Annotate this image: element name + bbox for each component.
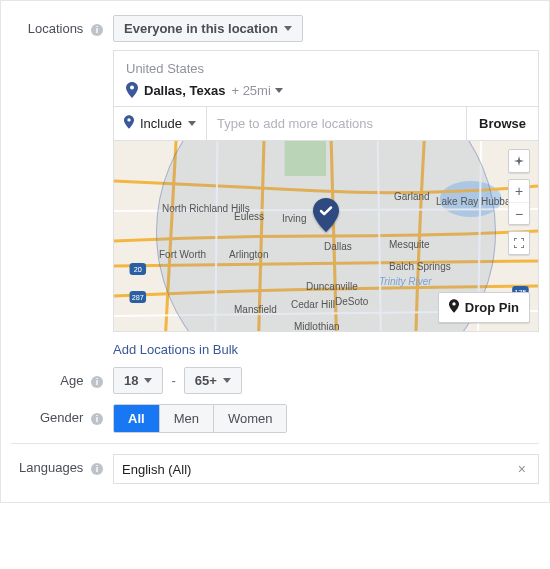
age-label: Age	[60, 373, 83, 388]
chevron-down-icon	[275, 88, 283, 93]
age-max-dropdown[interactable]: 65+	[184, 367, 242, 394]
languages-label: Languages	[19, 460, 83, 475]
pin-icon	[449, 299, 459, 316]
chevron-down-icon	[188, 121, 196, 126]
location-scope-value: Everyone in this location	[124, 21, 278, 36]
gender-option-all[interactable]: All	[114, 405, 159, 432]
svg-text:20: 20	[134, 266, 142, 274]
location-country: United States	[126, 61, 526, 76]
pin-icon	[126, 82, 138, 98]
add-locations-bulk-link[interactable]: Add Locations in Bulk	[113, 342, 238, 357]
location-radius-dropdown[interactable]: + 25mi	[231, 83, 282, 98]
location-place: Dallas, Texas	[144, 83, 225, 98]
map-fullscreen-button[interactable]	[509, 232, 529, 254]
map-reset-button[interactable]	[509, 150, 529, 172]
age-min-dropdown[interactable]: 18	[113, 367, 163, 394]
remove-language-button[interactable]: ×	[514, 461, 530, 477]
svg-text:287: 287	[132, 294, 144, 302]
info-icon: i	[91, 24, 103, 36]
info-icon: i	[91, 413, 103, 425]
gender-segmented: AllMenWomen	[113, 404, 287, 433]
info-icon: i	[91, 376, 103, 388]
map-zoom-out-button[interactable]: −	[509, 202, 529, 224]
location-scope-dropdown[interactable]: Everyone in this location	[113, 15, 303, 42]
svg-point-12	[452, 302, 455, 305]
drop-pin-button[interactable]: Drop Pin	[438, 292, 530, 323]
info-icon: i	[91, 463, 103, 475]
map-center-pin-icon	[313, 198, 339, 232]
gender-label: Gender	[40, 410, 83, 425]
pin-icon	[124, 115, 134, 132]
include-exclude-dropdown[interactable]: Include	[114, 107, 206, 140]
location-search-input[interactable]	[207, 107, 466, 140]
divider	[11, 443, 539, 444]
map-zoom-in-button[interactable]: +	[509, 180, 529, 202]
chevron-down-icon	[223, 378, 231, 383]
map[interactable]: 20 287 80 175 DallasIrvingArlingtonFort …	[114, 141, 538, 331]
svg-point-1	[127, 118, 130, 121]
languages-input[interactable]: English (All) ×	[113, 454, 539, 484]
language-value: English (All)	[122, 462, 191, 477]
locations-label: Locations	[28, 21, 84, 36]
gender-option-women[interactable]: Women	[213, 405, 287, 432]
gender-option-men[interactable]: Men	[159, 405, 213, 432]
age-dash: -	[171, 373, 175, 388]
browse-button[interactable]: Browse	[467, 107, 538, 140]
chevron-down-icon	[284, 26, 292, 31]
chevron-down-icon	[144, 378, 152, 383]
location-card: United States Dallas, Texas + 25mi	[113, 50, 539, 332]
svg-point-0	[130, 86, 134, 90]
